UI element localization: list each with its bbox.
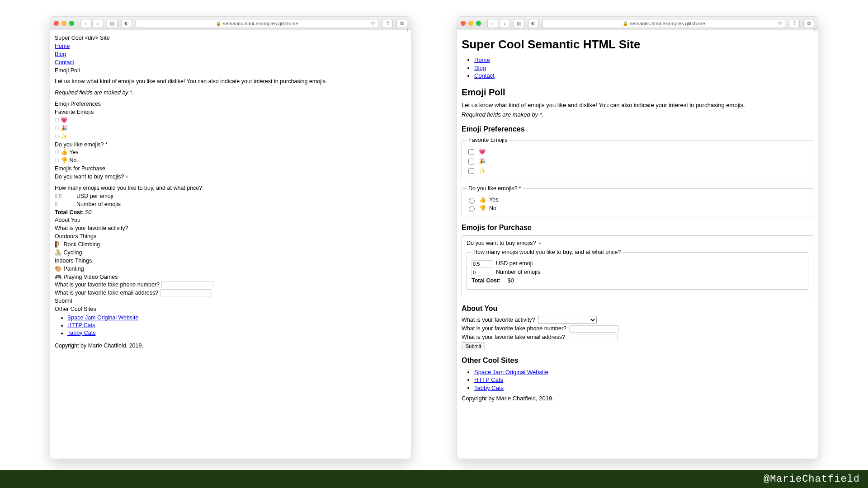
reload-icon[interactable]: ⟳ [371, 20, 375, 26]
window-controls [461, 21, 481, 26]
usd-label: USD per emoji [496, 260, 533, 267]
browser-window-semantic-site: ‹ › ▥ ◐ 🔒 semantic-html-examples.glitch.… [457, 16, 818, 459]
option-rock-climbing[interactable]: 🧗 Rock Climbing [55, 241, 406, 249]
option-cycling[interactable]: 🚴 Cycling [55, 249, 406, 257]
phone-row: What is your favorite fake phone number? [55, 281, 406, 289]
copyright: Copyright by Marie Chatfield, 2019. [55, 342, 406, 350]
poll-heading: Emoji Poll [462, 86, 813, 99]
required-note: Required fields are maked by *. [55, 89, 406, 97]
email-row: What is your favorite fake email address… [55, 289, 406, 297]
intro-text: Let us know what kind of emojis you like… [55, 78, 406, 85]
browser-chrome: ‹ › ▥ ◐ 🔒 semantic-html-examples.glitch.… [457, 17, 818, 30]
email-row: What is your favorite fake email address… [462, 333, 813, 341]
prefs-heading: Emoji Preferences [462, 124, 813, 134]
like-emojis-fieldset: Do you like emojis? * 👍 Yes 👎 No [462, 185, 813, 217]
zoom-window-icon[interactable] [476, 21, 481, 26]
link-tabby-cats[interactable]: Tabby Cats [67, 330, 96, 336]
link-http-cats[interactable]: HTTP Cats [474, 376, 503, 383]
number-label: Number of emojis [76, 201, 121, 208]
sidebar-toggle-icon[interactable]: ▥ [107, 19, 118, 28]
back-button[interactable]: ‹ [487, 19, 498, 28]
buy-question: Do you want to buy emojis? ▸ [55, 173, 406, 181]
reload-icon[interactable]: ⟳ [778, 20, 782, 26]
minimize-window-icon[interactable] [468, 21, 473, 26]
url-text: semantic-html-examples.glitch.me [630, 21, 705, 26]
site-title: Super Cool <div> Site [55, 34, 406, 42]
purchase-heading: Emojis for Purchase [55, 165, 406, 173]
close-window-icon[interactable] [461, 21, 466, 26]
browser-chrome: ‹ › ▥ ◐ 🔒 semantic-html-examples.glitch.… [50, 17, 411, 30]
outdoors-heading: Outdoors Things [55, 233, 406, 240]
emoji-option-party[interactable] [468, 159, 474, 164]
intro-text: Let us know what kind of emojis you like… [462, 101, 813, 109]
nav-home[interactable]: Home [55, 43, 70, 49]
buy-question[interactable]: Do you want to buy emojis? [467, 239, 808, 247]
usd-value[interactable]: 0.5 [55, 193, 73, 200]
link-space-jam[interactable]: Space Jam Original Website [67, 314, 138, 321]
required-note: Required fields are maked by *. [462, 111, 813, 119]
purchase-heading: Emojis for Purchase [462, 223, 813, 233]
emoji-option-heart[interactable]: 💗 [55, 117, 406, 124]
link-http-cats[interactable]: HTTP Cats [67, 322, 95, 328]
nav-blog[interactable]: Blog [474, 65, 486, 71]
emoji-option-sparkle[interactable] [468, 168, 474, 174]
link-space-jam[interactable]: Space Jam Original Website [474, 369, 548, 375]
option-painting[interactable]: 🎨 Painting [55, 265, 406, 273]
address-bar[interactable]: 🔒 semantic-html-examples.glitch.me ⟳ [542, 19, 785, 28]
email-input[interactable] [160, 289, 212, 296]
indoors-heading: Indoors Things [55, 257, 406, 265]
reader-icon[interactable]: ◐ [121, 19, 132, 28]
prefs-heading: Emoji Preferences [55, 100, 406, 108]
zoom-window-icon[interactable] [69, 21, 74, 26]
sidebar-toggle-icon[interactable]: ▥ [514, 19, 524, 28]
usd-label: USD per emoji [76, 192, 113, 200]
phone-input[interactable] [161, 281, 213, 288]
emoji-option-sparkle[interactable]: ✨ [55, 133, 406, 141]
option-video-games[interactable]: 🎮 Playing Video Games [55, 273, 406, 281]
lock-icon: 🔒 [216, 21, 221, 26]
like-no[interactable]: 👎 No [55, 157, 406, 164]
forward-button[interactable]: › [499, 19, 510, 28]
like-yes[interactable]: 👍 Yes [55, 149, 406, 156]
like-emojis-legend: Do you like emojis? * [467, 185, 523, 192]
email-input[interactable] [568, 334, 618, 341]
nav-contact[interactable]: Contact [474, 72, 495, 79]
number-input[interactable] [472, 269, 493, 276]
submit-button[interactable]: Submit [462, 342, 485, 350]
total-cost: Total Cost: $0 [472, 277, 803, 285]
copyright: Copyright by Marie Chatfield, 2019. [462, 394, 813, 403]
share-icon[interactable]: ⇪ [789, 19, 800, 28]
forward-button[interactable]: › [92, 19, 103, 28]
nav-contact[interactable]: Contact [55, 59, 74, 66]
new-tab-icon[interactable]: + [406, 26, 409, 33]
new-tab-icon[interactable]: + [812, 26, 816, 33]
like-no[interactable] [469, 206, 475, 212]
close-window-icon[interactable] [54, 21, 59, 26]
usd-input[interactable] [472, 260, 493, 267]
favorite-emojis-legend: Favorite Emojis [467, 136, 509, 144]
other-sites-heading: Other Cool Sites [462, 356, 813, 366]
nav-blog[interactable]: Blog [55, 51, 66, 57]
link-tabby-cats[interactable]: Tabby Cats [474, 385, 504, 391]
nav-home[interactable]: Home [474, 56, 490, 63]
how-many-question: How many emojis would you like to buy, a… [55, 184, 406, 192]
page-content-semantic-site: Super Cool Semantic HTML Site Home Blog … [457, 30, 818, 459]
like-emojis-question: Do you like emojis? * [55, 141, 406, 149]
purchase-fieldset: Do you want to buy emojis? How many emoj… [462, 235, 813, 298]
about-heading: About You [55, 216, 406, 224]
minimize-window-icon[interactable] [61, 21, 66, 26]
activity-select[interactable] [538, 316, 597, 324]
number-value[interactable]: 0 [55, 201, 73, 208]
emoji-option-heart[interactable] [468, 149, 474, 155]
reader-icon[interactable]: ◐ [528, 19, 539, 28]
phone-input[interactable] [569, 325, 619, 333]
address-bar[interactable]: 🔒 semantic-html-examples.glitch.me ⟳ [136, 19, 378, 28]
page-content-div-site: Super Cool <div> Site Home Blog Contact … [50, 30, 411, 459]
like-yes[interactable] [469, 198, 475, 204]
favorite-emojis-label: Favorite Emojis [55, 108, 406, 116]
emoji-option-party[interactable]: 🎉 [55, 125, 406, 132]
share-icon[interactable]: ⇪ [382, 19, 393, 28]
submit-label[interactable]: Submit [55, 297, 406, 305]
how-many-fieldset: How many emojis would you like to buy, a… [467, 249, 808, 290]
back-button[interactable]: ‹ [80, 19, 91, 28]
